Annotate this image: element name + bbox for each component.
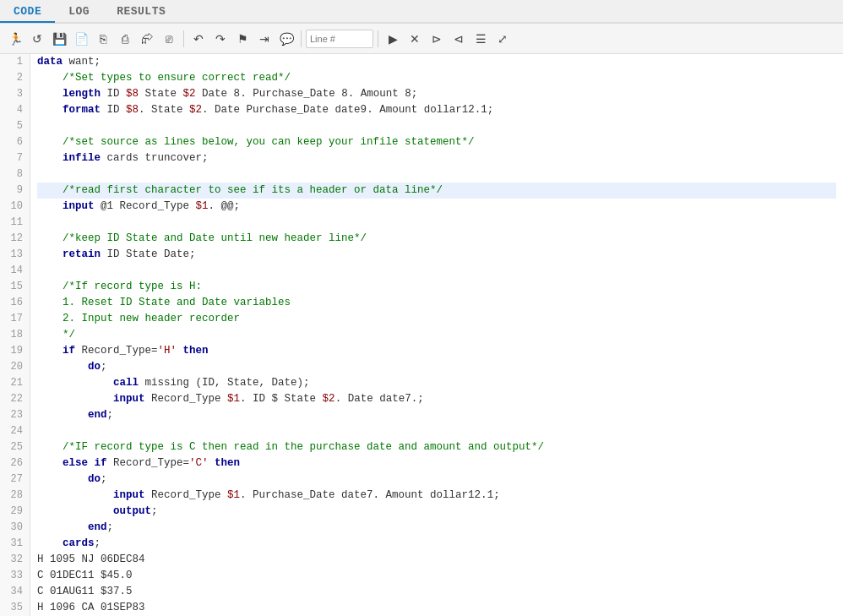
- tab-bar: CODE LOG RESULTS: [0, 0, 843, 24]
- separator-1: [183, 30, 184, 47]
- code-line: length ID $8 State $2 Date 8. Purchase_D…: [37, 86, 836, 102]
- line-number: 3: [7, 86, 23, 102]
- line-number: 28: [7, 488, 23, 504]
- line-number: 6: [7, 134, 23, 150]
- code-line: do;: [37, 359, 836, 375]
- code-line: [37, 263, 836, 279]
- line-number: 26: [7, 455, 23, 472]
- line-number: 31: [7, 536, 23, 552]
- line-number: 16: [7, 295, 23, 311]
- separator-2: [301, 30, 302, 47]
- line-number: 12: [7, 231, 23, 247]
- code-line: input Record_Type $1. Purchase_Date date…: [37, 488, 836, 504]
- line-number: 18: [7, 327, 23, 343]
- line-number: 17: [7, 311, 23, 327]
- code-line: format ID $8. State $2. Date Purchase_Da…: [37, 102, 836, 118]
- code-line: do;: [37, 472, 836, 488]
- paste-button[interactable]: ⮳: [137, 29, 157, 49]
- line-number: 21: [7, 375, 23, 391]
- code-line: end;: [37, 520, 836, 536]
- tab-results[interactable]: RESULTS: [103, 2, 179, 23]
- copy-button[interactable]: ⎘: [93, 29, 113, 49]
- expand-button[interactable]: ⤢: [492, 29, 513, 49]
- code-line: /*If record type is H:: [37, 279, 836, 295]
- code-line: 1. Reset ID State and Date variables: [37, 295, 836, 311]
- toolbar: 🏃 ↺ 💾 📄 ⎘ ⎙ ⮳ ⎚ ↶ ↷ ⚑ ⇥ 💬 ▶ ✕ ⊳ ⊲ ☰ ⤢: [0, 24, 843, 54]
- code-line: C 01AUG11 $37.5: [37, 584, 836, 600]
- new-button[interactable]: 📄: [71, 29, 91, 49]
- line-number: 8: [7, 166, 23, 183]
- line-number: 35: [7, 600, 23, 616]
- code-line: input @1 Record_Type $1. @@;: [37, 199, 836, 215]
- code-line: output;: [37, 504, 836, 520]
- comment-button[interactable]: 💬: [276, 29, 296, 49]
- line-number: 32: [7, 552, 23, 568]
- line-number: 2: [7, 70, 23, 86]
- line-number: 33: [7, 568, 23, 584]
- undo-history-button[interactable]: ↺: [27, 29, 47, 49]
- line-number: 24: [7, 423, 23, 439]
- line-number: 29: [7, 504, 23, 520]
- code-line: else if Record_Type='C' then: [37, 455, 836, 472]
- line-number: 23: [7, 407, 23, 423]
- line-number: 14: [7, 263, 23, 279]
- code-line: call missing (ID, State, Date);: [37, 375, 836, 391]
- find-button[interactable]: ⚑: [232, 29, 253, 49]
- code-line: H 1096 CA 01SEP83: [37, 600, 836, 616]
- code-line: C 01DEC11 $45.0: [37, 568, 836, 584]
- save-button[interactable]: 💾: [49, 29, 69, 49]
- run-button[interactable]: 🏃: [5, 29, 25, 49]
- line-number: 9: [7, 183, 23, 199]
- line-number: 22: [7, 391, 23, 407]
- code-line: [37, 423, 836, 439]
- line-number: 11: [7, 215, 23, 231]
- code-line: input Record_Type $1. ID $ State $2. Dat…: [37, 391, 836, 407]
- line-number: 7: [7, 150, 23, 166]
- separator-3: [378, 30, 378, 47]
- line-number: 30: [7, 520, 23, 536]
- line-number: 34: [7, 584, 23, 600]
- code-line: 2. Input new header recorder: [37, 311, 836, 327]
- code-line: /*keep ID State and Date until new heade…: [37, 231, 836, 247]
- line-number: 13: [7, 247, 23, 263]
- line-number-input[interactable]: [306, 30, 373, 48]
- line-numbers: 1234567891011121314151617181920212223242…: [0, 54, 30, 616]
- code-line: infile cards truncover;: [37, 150, 836, 166]
- code-line: /*read first character to see if its a h…: [37, 183, 836, 199]
- code-line: data want;: [37, 54, 836, 70]
- line-number: 5: [7, 118, 23, 134]
- format-button[interactable]: ☰: [470, 29, 491, 49]
- line-number: 15: [7, 279, 23, 295]
- line-number: 20: [7, 359, 23, 375]
- stop-button[interactable]: ✕: [405, 29, 425, 49]
- code-line: retain ID State Date;: [37, 247, 836, 263]
- code-editor: 1234567891011121314151617181920212223242…: [0, 54, 843, 616]
- code-line: /*Set types to ensure correct read*/: [37, 70, 836, 86]
- line-number: 10: [7, 199, 23, 215]
- code-line: /*IF record type is C then read in the p…: [37, 439, 836, 455]
- line-number: 4: [7, 102, 23, 118]
- code-content[interactable]: data want; /*Set types to ensure correct…: [30, 54, 843, 616]
- line-number: 19: [7, 343, 23, 359]
- redo-button[interactable]: ↷: [210, 29, 231, 49]
- line-number: 1: [7, 54, 23, 70]
- undo-button[interactable]: ↶: [188, 29, 209, 49]
- code-line: [37, 118, 836, 134]
- code-line: cards;: [37, 536, 836, 552]
- code-line: H 1095 NJ 06DEC84: [37, 552, 836, 568]
- tab-log[interactable]: LOG: [55, 2, 103, 23]
- code-line: /*set source as lines below, you can kee…: [37, 134, 836, 150]
- code-line: if Record_Type='H' then: [37, 343, 836, 359]
- indent-button[interactable]: ⇥: [254, 29, 275, 49]
- tab-code[interactable]: CODE: [0, 2, 55, 23]
- step-button[interactable]: ⊳: [427, 29, 447, 49]
- line-number: 25: [7, 439, 23, 455]
- run-region-button[interactable]: ▶: [383, 29, 403, 49]
- check-button[interactable]: ⊲: [449, 29, 469, 49]
- code-line: [37, 215, 836, 231]
- code-line: */: [37, 327, 836, 343]
- clear-button[interactable]: ⎚: [159, 29, 179, 49]
- print-button[interactable]: ⎙: [115, 29, 135, 49]
- line-number: 27: [7, 472, 23, 488]
- code-line: end;: [37, 407, 836, 423]
